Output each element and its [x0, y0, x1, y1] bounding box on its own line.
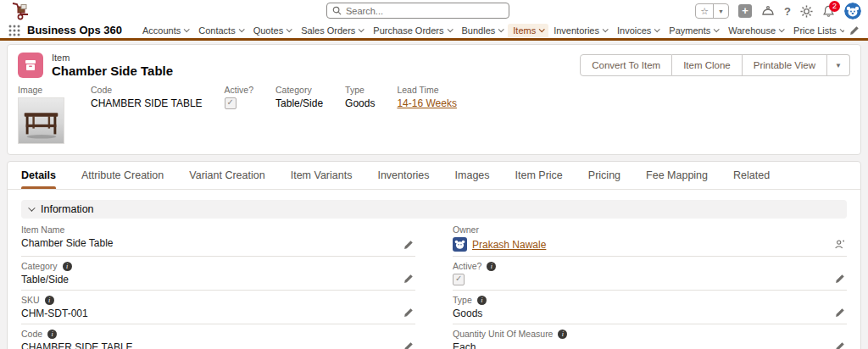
info-icon[interactable]: i [45, 296, 54, 305]
nav-item-accounts[interactable]: Accounts [137, 24, 193, 37]
edit-pencil-icon[interactable] [403, 341, 414, 349]
record-header-card: Item Chamber Side Table Convert To Item … [7, 44, 861, 155]
info-icon[interactable]: i [477, 296, 487, 305]
nav-item-warehouse[interactable]: Warehouse [723, 24, 788, 37]
field-label: Item Name [21, 224, 64, 235]
nav-item-payments[interactable]: Payments [664, 24, 723, 37]
tab-variant-creation[interactable]: Variant Creation [189, 162, 264, 189]
nav-item-quotes[interactable]: Quotes [248, 24, 296, 37]
notifications-control[interactable]: 2 [822, 5, 835, 18]
edit-pencil-icon[interactable] [403, 274, 414, 284]
convert-to-item-button[interactable]: Convert To Item [580, 54, 672, 76]
star-icon[interactable]: ☆ [696, 4, 713, 18]
tab-item-variants[interactable]: Item Variants [291, 162, 353, 189]
item-image-thumbnail[interactable] [18, 97, 64, 144]
chevron-down-icon[interactable] [498, 26, 504, 32]
lead-time-link[interactable]: 14-16 Weeks [397, 97, 456, 109]
chevron-down-icon[interactable] [184, 26, 190, 32]
highlight-type-label: Type [345, 85, 375, 95]
tab-inventories[interactable]: Inventories [377, 162, 429, 189]
field-sku: SKUi CHM-SDT-001 [21, 291, 415, 324]
information-section-header[interactable]: Information [21, 200, 847, 219]
section-collapse-chevron-icon[interactable] [28, 204, 35, 211]
active-checkbox [453, 274, 465, 285]
nav-item-bundles[interactable]: Bundles [457, 24, 509, 37]
search-input[interactable] [346, 6, 504, 16]
highlight-code-value: CHAMBER SIDE TABLE [91, 97, 203, 109]
global-header: ☆ ▼ + ? 2 [0, 0, 868, 22]
section-title: Information [41, 203, 94, 215]
nav-item-invoices[interactable]: Invoices [612, 24, 664, 37]
guidance-center-icon[interactable] [761, 5, 775, 17]
field-quantity-unit-of-measure: Quantity Unit Of Measurei Each [453, 324, 847, 349]
field-value: Each [453, 341, 825, 349]
item-record-icon [18, 53, 43, 78]
field-category: Categoryi Table/Side [21, 257, 415, 291]
global-actions-plus-icon[interactable]: + [738, 4, 752, 18]
detail-tabs: Details Attribute Creation Variant Creat… [8, 162, 860, 190]
tab-images[interactable]: Images [455, 162, 490, 189]
setup-gear-icon[interactable] [800, 5, 813, 18]
field-owner: Owner Prakash Nawale [453, 220, 847, 257]
favorites-dropdown-caret-icon[interactable]: ▼ [713, 4, 728, 18]
edit-pencil-icon[interactable] [835, 307, 845, 318]
chevron-down-icon[interactable] [840, 26, 844, 32]
tab-item-price[interactable]: Item Price [515, 162, 563, 189]
nav-item-purchase-orders[interactable]: Purchase Orders [368, 24, 456, 37]
field-value: CHAMBER SIDE TABLE [21, 341, 393, 349]
change-owner-icon[interactable] [834, 239, 845, 250]
tab-attribute-creation[interactable]: Attribute Creation [81, 162, 164, 189]
nav-item-inventories[interactable]: Inventories [548, 24, 612, 37]
notification-count-badge: 2 [829, 1, 840, 12]
owner-link[interactable]: Prakash Nawale [472, 239, 546, 251]
chevron-down-icon[interactable] [447, 26, 453, 32]
field-label: Code [21, 329, 42, 339]
field-value: Chamber Side Table [21, 237, 393, 249]
nav-item-sales-orders[interactable]: Sales Orders [296, 24, 368, 37]
tab-pricing[interactable]: Pricing [588, 162, 620, 189]
field-label: Active? [453, 261, 481, 271]
company-logo-cart-icon [10, 2, 32, 20]
chevron-down-icon[interactable] [359, 26, 364, 32]
printable-view-button[interactable]: Printable View [743, 54, 827, 76]
field-value: CHM-SDT-001 [21, 307, 393, 319]
edit-navigation-pencil-icon[interactable] [849, 25, 860, 36]
chevron-down-icon[interactable] [603, 26, 609, 32]
edit-pencil-icon[interactable] [835, 274, 845, 284]
info-icon[interactable]: i [47, 330, 57, 339]
info-icon[interactable]: i [558, 330, 567, 339]
chevron-down-icon[interactable] [714, 26, 720, 32]
favorites-control[interactable]: ☆ ▼ [695, 3, 729, 19]
chevron-down-icon[interactable] [539, 26, 545, 32]
header-actions: ☆ ▼ + ? 2 [695, 2, 861, 20]
global-search[interactable] [326, 3, 509, 19]
info-icon[interactable]: i [487, 262, 496, 271]
chevron-down-icon[interactable] [287, 26, 292, 32]
info-icon[interactable]: i [63, 262, 72, 271]
record-entity-label: Item [52, 53, 173, 63]
nav-item-items[interactable]: Items [508, 24, 548, 37]
active-checkbox [225, 97, 236, 109]
field-type: Typei Goods [453, 291, 847, 324]
highlights-panel: Image Code CHAMBER SIDE TABLE [8, 83, 860, 154]
edit-pencil-icon[interactable] [835, 341, 845, 349]
field-code: Codei CHAMBER SIDE TABLE [21, 324, 415, 349]
tab-details[interactable]: Details [21, 162, 56, 189]
edit-pencil-icon[interactable] [403, 240, 414, 250]
more-actions-dropdown-button[interactable]: ▼ [827, 54, 850, 76]
app-name[interactable]: Business Ops 360 [27, 24, 122, 36]
field-active: Active?i [453, 257, 847, 291]
nav-item-price-lists[interactable]: Price Lists [788, 24, 844, 37]
chevron-down-icon[interactable] [779, 26, 785, 32]
chevron-down-icon[interactable] [654, 26, 660, 32]
item-clone-button[interactable]: Item Clone [672, 54, 743, 76]
tab-fee-mapping[interactable]: Fee Mapping [646, 162, 708, 189]
nav-item-contacts[interactable]: Contacts [193, 24, 248, 37]
chevron-down-icon[interactable] [238, 26, 244, 32]
highlight-category-value: Table/Side [275, 97, 323, 109]
tab-related[interactable]: Related [733, 162, 770, 189]
help-icon[interactable]: ? [784, 5, 791, 18]
edit-pencil-icon[interactable] [403, 307, 414, 318]
app-launcher-waffle-icon[interactable] [8, 25, 20, 36]
user-avatar[interactable] [844, 3, 861, 19]
